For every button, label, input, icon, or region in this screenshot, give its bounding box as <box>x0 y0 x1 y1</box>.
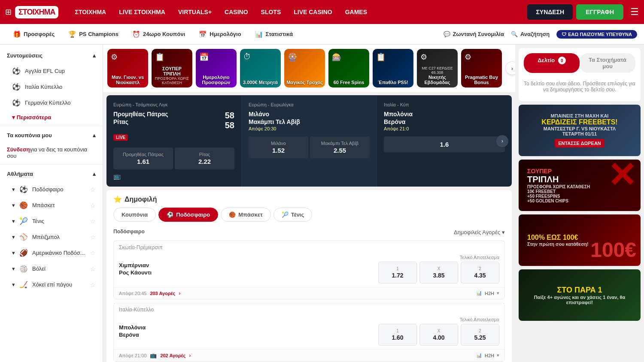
odds-btn-1-1[interactable]: 1 1.60 <box>378 324 417 346</box>
sub-nav-offers[interactable]: 🎁 Προσφορές <box>7 28 61 41</box>
carousel-card-winner[interactable]: ⚙ ΜΕ C27 ΚΕΡΔΙΣΕ €6.308 Νικητής Εβδομάδα… <box>417 49 458 87</box>
promo-card-super-triple[interactable]: ✕ ΣΟΥΠΕΡ ΤΡΙΠΛΗ ΠΡΟΣΦΟΡΑ ΧΩΡΙΣ ΚΑΤΑΘΕΣΗ … <box>519 160 641 211</box>
featured-bet-btn-milano[interactable]: Μιλάνο 1.52 <box>249 136 308 158</box>
promo-big-text: 100€ <box>590 238 636 262</box>
markets-arrow-1[interactable]: › <box>189 352 191 359</box>
tab-coupons[interactable]: Κουπόνια <box>113 208 156 222</box>
carousel-card-ps-champions[interactable]: ⚙ Μαν. Γιουν. vs Νιούκαστλ <box>107 49 148 87</box>
carousel-card-pragmatic[interactable]: ⚙ Pragmatic Buy Bonus <box>461 49 502 87</box>
featured-bet-btn-mpolonia[interactable]: 1.6 <box>384 136 505 152</box>
shortcuts-header[interactable]: Συντομεύσεις <box>0 48 103 63</box>
register-button[interactable]: ΕΓΓΡΑΦΗ <box>576 4 623 20</box>
odds-val-x: 3.85 <box>433 272 444 279</box>
nav-stoixima[interactable]: ΣΤΟΙΧΗΜΑ <box>69 5 112 19</box>
football-fav-icon[interactable]: ☆ <box>90 186 96 193</box>
h2h-link-1[interactable]: H2H <box>485 353 494 358</box>
featured-league-1: Ευρώπη - Ευρωλίγκα <box>249 102 370 107</box>
odds-btn-1-0[interactable]: 1 1.72 <box>378 262 417 284</box>
featured-bet-btn-team1[interactable]: Προμηθέας Πάτρας 1.61 <box>113 148 173 169</box>
grid-icon[interactable]: ⊞ <box>5 7 12 17</box>
carousel-card-magic-wheel[interactable]: 🎡 Μαγικός Τροχός <box>284 49 325 87</box>
betslip-tab-main[interactable]: Δελτίο 0 <box>524 53 580 73</box>
nav-games[interactable]: GAMES <box>339 5 373 19</box>
icehockey-fav-icon[interactable]: ☆ <box>90 281 96 288</box>
main-layout: Συντομεύσεις ⚽ Αγγλία EFL Cup ⚽ Ιταλία Κ… <box>0 45 644 362</box>
sub-nav-calendar[interactable]: 📅 Ημερολόγιο <box>193 28 247 41</box>
sidebar-item-football[interactable]: ⚽ Ποδόσφαιρο ☆ <box>0 181 103 197</box>
odds-btn-2-1[interactable]: 2 5.25 <box>461 324 499 346</box>
coupon-login-link[interactable]: Σύνδεση <box>7 146 30 153</box>
promo-card-ps-champions[interactable]: ΜΠΑΙΝΕΙΣ ΣΤΗ ΜΑΧΗ ΚΑΙ ΚΕΡΔΙΖΕΙΣ FREEBETS… <box>519 105 641 156</box>
promo-card-para1[interactable]: ΣΤΟ ΠΑΡΑ 1 Παίξε 4+ αγώνες και αν χάσεις… <box>519 269 641 321</box>
promo-cta-0[interactable]: ΕΝΤΑΣΣΕ ΔΩΡΕΑΝ <box>555 139 605 148</box>
football-chevron <box>12 186 15 193</box>
login-button[interactable]: ΣΥΝΔΕΣΗ <box>527 4 573 20</box>
carousel-card-super-triple[interactable]: 📋 ΣΟΥΠΕΡ ΤΡΙΠΛΗ ΠΡΟΣΦΟΡΑ ΧΩΡΙΣ ΚΑΤΑΘΕΣΗ <box>152 49 192 87</box>
carousel-card-3000[interactable]: ⏱ 3.000€ Μετρητά <box>240 49 281 87</box>
odds-btn-x-0[interactable]: X 3.85 <box>419 262 458 284</box>
volleyball-fav-icon[interactable]: ☆ <box>90 265 96 272</box>
sidebar-item-italy-cup[interactable]: ⚽ Ιταλία Κύπελλο <box>0 79 103 95</box>
tennis-fav-icon[interactable]: ☆ <box>90 218 96 225</box>
carousel-card-free-spins[interactable]: 🎰 60 Free Spins <box>328 49 369 87</box>
odds-btn-2-0[interactable]: 2 4.35 <box>461 262 499 284</box>
betslip-tabs: Δελτίο 0 Τα Στοιχήματά μου <box>524 53 635 73</box>
sub-nav-statistics[interactable]: 📊 Στατιστικά <box>249 28 299 41</box>
logo[interactable]: ΣΤΟΙΧΗΜΑ <box>15 6 58 18</box>
responsible-gaming-badge[interactable]: 🛡 ΕΑΩ ΠΑΙΖΟΥΜΕ ΥΠΕΥΘΥΝΑ <box>556 30 637 39</box>
sidebar-item-germany-cup[interactable]: ⚽ Γερμανία Κύπελλο <box>0 95 103 111</box>
amfootball-fav-icon[interactable]: ☆ <box>90 250 96 256</box>
shortcuts-more[interactable]: Περισσότερα <box>0 111 103 124</box>
betslip-tab-my-bets[interactable]: Τα Στοιχήματά μου <box>580 53 635 73</box>
live-chat-button[interactable]: 💬 Ζωντανή Συνομιλία <box>444 31 504 37</box>
search-button[interactable]: 🔍 Αναζήτηση <box>511 31 550 37</box>
tab-football[interactable]: ⚽ Ποδόσφαιρο <box>158 208 218 222</box>
promo-main-2: 100% ΕΩΣ 100€ <box>527 234 589 241</box>
match-teams-1: Μπολόνια Βερόνα <box>119 324 373 339</box>
basketball-fav-icon[interactable]: ☆ <box>90 202 96 209</box>
tab-basketball[interactable]: 🏀 Μπάσκετ <box>221 208 271 222</box>
coupons-header[interactable]: Τα κουπόνια μου <box>0 128 103 143</box>
sidebar-item-basketball[interactable]: 🏀 Μπάσκετ ☆ <box>0 197 103 213</box>
sub-nav-offers-label: Προσφορές <box>24 31 55 37</box>
sidebar-item-american-football[interactable]: 🏈 Αμερικάνικο Ποδόσ... ☆ <box>0 245 103 261</box>
match-markets-0[interactable]: 203 Αγορές <box>150 291 175 296</box>
promo-card-100pct[interactable]: 100€ 100% ΕΩΣ 100€ Στην πρώτη σου κατάθε… <box>519 214 641 266</box>
nav-live-stoixima[interactable]: LIVE ΣΤΟΙΧΗΜΑ <box>113 5 171 19</box>
odds-val-1: 1.72 <box>392 272 403 279</box>
baseball-fav-icon[interactable]: ☆ <box>90 234 96 241</box>
featured-bet-btn-maccabi[interactable]: Μακάμπι Τελ Αβίβ 2.55 <box>310 136 370 158</box>
carousel-sub-7: ΜΕ C27 ΚΕΡΔΙΣΕ €6.308 <box>419 66 456 75</box>
sidebar-item-tennis[interactable]: 🎾 Τένις ☆ <box>0 213 103 229</box>
match-markets-1[interactable]: 202 Αγορές <box>160 353 185 358</box>
featured-bet-btn-team2[interactable]: Ρίτας 2.22 <box>175 148 234 169</box>
live-badge: LIVE <box>113 134 128 141</box>
featured-bets-0: Προμηθέας Πάτρας 1.61 Ρίτας 2.22 <box>113 148 234 169</box>
odds-btn-x-1[interactable]: X 4.00 <box>419 324 458 346</box>
featured-next-arrow[interactable]: › <box>496 135 508 147</box>
hamburger-icon[interactable]: ☰ <box>630 6 639 18</box>
responsible-label: ΕΑΩ ΠΑΙΖΟΥΜΕ ΥΠΕΥΘΥΝΑ <box>568 32 632 37</box>
nav-virtuals[interactable]: VIRTUALS+ <box>172 5 218 19</box>
nav-live-casino[interactable]: LIVE CASINO <box>288 5 338 19</box>
sub-nav-ps-champions[interactable]: 🏆 PS Champions <box>62 28 125 41</box>
nav-slots[interactable]: SLOTS <box>255 5 287 19</box>
markets-arrow-0[interactable]: › <box>179 290 180 296</box>
sub-nav-coupon-24h[interactable]: ⏰ 24ωρο Κουπόνι <box>126 28 191 41</box>
tab-tennis[interactable]: 🎾 Τένις <box>273 208 312 222</box>
carousel-next-arrow[interactable]: › <box>505 61 515 75</box>
carousel-card-offer[interactable]: 📅 Ημερολόγιο Προσφορών <box>196 49 237 87</box>
sports-header[interactable]: Αθλήματα <box>0 166 103 181</box>
featured-match-milano[interactable]: Ευρώπη - Ευρωλίγκα Μιλάνο Μακάμπι Τελ Αβ… <box>242 95 377 187</box>
featured-match-mpolonia[interactable]: Ιταλία - Κύπ Μπολόνια Βερόνα Απόψε 21:0 … <box>377 95 512 187</box>
popular-markets-filter[interactable]: Δημοφιλείς Αγορές <box>454 229 505 235</box>
h2h-link-0[interactable]: H2H <box>485 291 494 296</box>
sidebar-item-ice-hockey[interactable]: 🏒 Χόκεϊ επί πάγου ☆ <box>0 277 103 293</box>
sidebar-item-volleyball[interactable]: 🏐 Βόλεϊ ☆ <box>0 261 103 277</box>
nav-casino[interactable]: CASINO <box>219 5 254 19</box>
featured-match-promitheas[interactable]: Ευρώπη - Τσάμπιονς Λιγκ Προμηθέας Πάτρας… <box>106 95 242 187</box>
sidebar-item-england-efl[interactable]: ⚽ Αγγλία EFL Cup <box>0 63 103 79</box>
sub-nav-stats-label: Στατιστικά <box>266 31 293 37</box>
sidebar-item-baseball[interactable]: ⚾ Μπέιζμπολ ☆ <box>0 229 103 245</box>
carousel-card-ps-battles[interactable]: 📋 Έπαθλο PS5! <box>373 49 413 87</box>
